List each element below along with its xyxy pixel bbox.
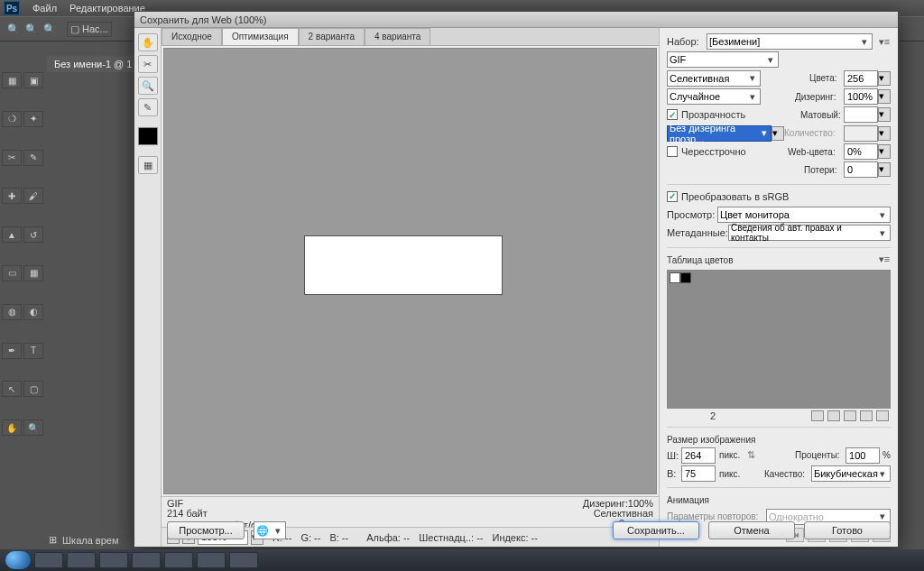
browser-preview-select[interactable]: 🌐▾ [254,521,286,539]
tool-stamp[interactable]: ▲ [2,226,22,243]
ps-logo: Ps [4,1,20,15]
zoom-tool-icon[interactable]: 🔍 [138,77,158,95]
save-button[interactable]: Сохранить... [613,521,699,539]
dither-algo-select[interactable]: Случайное▾ [667,88,761,105]
lossy-input[interactable]: 0 [844,161,878,178]
taskbar-item-7[interactable] [229,552,258,568]
preview-canvas-area[interactable] [163,48,657,494]
tab-2up[interactable]: 2 варианта [299,28,365,45]
tool-eraser[interactable]: ▭ [2,265,22,281]
percent-label: Проценты: [795,450,845,460]
tool-move[interactable]: ▦ [2,72,22,88]
matte-label: Матовый: [800,110,844,120]
timeline-label: Шкала врем [62,535,119,546]
tool-lasso[interactable]: ❍ [2,111,22,127]
dither-input[interactable]: 100% [844,88,878,105]
srgb-checkbox[interactable] [667,191,678,202]
color-table-menu-icon[interactable]: ▾≡ [878,253,891,266]
matte-swatch[interactable] [844,106,878,123]
preview-image [305,236,502,294]
ct-btn-2[interactable] [827,410,840,421]
start-button[interactable] [5,551,31,569]
preset-menu-icon[interactable]: ▾≡ [878,35,891,48]
taskbar-item-1[interactable] [34,552,63,568]
tool-brush[interactable]: 🖌 [23,188,43,204]
tool-wand[interactable]: ✦ [23,111,43,127]
quality-select[interactable]: Бикубическая▾ [811,465,891,482]
dither-dropdown-icon[interactable]: ▾ [878,89,891,104]
width-label: Ш: [667,450,681,461]
tab-4up[interactable]: 4 варианта [365,28,430,45]
preview-button[interactable]: Просмотр... [167,521,245,539]
taskbar-item-2[interactable] [67,552,96,568]
eyedropper-color-swatch[interactable] [138,127,158,145]
ct-btn-trash[interactable] [876,410,889,421]
tool-pen[interactable]: ✒ [2,343,22,359]
color-table[interactable] [667,270,891,409]
colors-dropdown-icon[interactable]: ▾ [878,71,891,86]
dialog-tools: ✋ ✂ 🔍 ✎ ▦ [134,28,162,547]
opt-zoom-plus-icon: 🔍 [43,23,56,35]
taskbar-item-6[interactable] [197,552,226,568]
reduction-select[interactable]: Селективная▾ [667,70,761,87]
opt-resize[interactable]: ▢ Нас... [67,22,112,37]
ct-btn-1[interactable] [811,410,824,421]
document-tab[interactable]: Без имени-1 @ 1 [47,56,139,72]
tool-eyedrop[interactable]: ✎ [23,150,43,166]
dialog-titlebar[interactable]: Сохранить для Web (100%) [134,12,898,28]
percent-input[interactable]: 100 [845,447,880,464]
trans-dither-select[interactable]: Без дизеринга прозр...▾ [667,125,772,142]
ct-btn-new[interactable] [860,410,873,421]
color-swatch-1[interactable] [681,273,690,282]
hand-tool-icon[interactable]: ✋ [138,33,158,51]
tool-crop[interactable]: ✂ [2,150,22,166]
tool-zoom[interactable]: 🔍 [23,419,43,436]
matte-dropdown-icon[interactable]: ▾ [878,107,891,122]
link-wh-icon[interactable]: ⇅ [747,449,755,461]
websnap-dropdown-icon[interactable]: ▾ [878,144,891,159]
color-table-toolbar: 2 [667,409,891,423]
color-swatch-0[interactable] [670,273,679,282]
websnap-input[interactable]: 0% [844,143,878,160]
windows-taskbar[interactable] [0,549,924,571]
ct-btn-3[interactable] [844,410,856,421]
metadata-label: Метаданные: [667,227,728,238]
lossy-dropdown-icon[interactable]: ▾ [878,162,891,177]
anim-label: Анимация [667,495,891,505]
taskbar-item-4[interactable] [132,552,161,568]
tab-original[interactable]: Исходное [162,28,222,45]
transparency-checkbox[interactable] [667,109,678,120]
height-input[interactable]: 75 [681,465,716,482]
slice-tool-icon[interactable]: ✂ [138,55,158,73]
preview-select[interactable]: Цвет монитора▾ [717,207,891,223]
tool-shape[interactable]: ▢ [23,381,43,397]
done-button[interactable]: Готово [804,521,891,539]
tool-path[interactable]: ↖ [2,381,22,397]
width-input[interactable]: 264 [681,447,716,464]
tab-optimized[interactable]: Оптимизация [222,28,299,45]
interlace-checkbox[interactable] [667,146,678,157]
timeline-icon: ⊞ [49,534,57,546]
tool-history[interactable]: ↺ [23,226,43,243]
format-select[interactable]: GIF▾ [667,51,779,68]
tool-hand[interactable]: ✋ [2,419,22,436]
timeline-panel[interactable]: ⊞ Шкала врем [49,534,119,546]
slice-visibility-icon[interactable]: ▦ [138,156,158,174]
metadata-select[interactable]: Сведения об авт. правах и контакты▾ [728,225,891,241]
dialog-buttons: Просмотр... 🌐▾ Сохранить... Отмена Готов… [167,521,891,539]
tool-gradient[interactable]: ▦ [23,265,43,281]
tool-blur[interactable]: ◍ [2,304,22,320]
preset-select[interactable]: [Безимени]▾ [707,33,873,50]
eyedropper-tool-icon[interactable]: ✎ [138,98,158,116]
cancel-button[interactable]: Отмена [708,521,795,539]
taskbar-item-3[interactable] [99,552,128,568]
trans-dither-extra-icon[interactable]: ▾ [772,126,784,141]
tool-heal[interactable]: ✚ [2,188,22,204]
taskbar-item-5[interactable] [164,552,193,568]
tool-dodge[interactable]: ◐ [23,304,43,320]
colors-input[interactable]: 256 [844,70,878,87]
menu-file[interactable]: Файл [32,3,57,14]
opt-hint: Нас... [82,23,108,34]
tool-marquee[interactable]: ▣ [23,72,43,88]
tool-type[interactable]: T [23,343,43,359]
